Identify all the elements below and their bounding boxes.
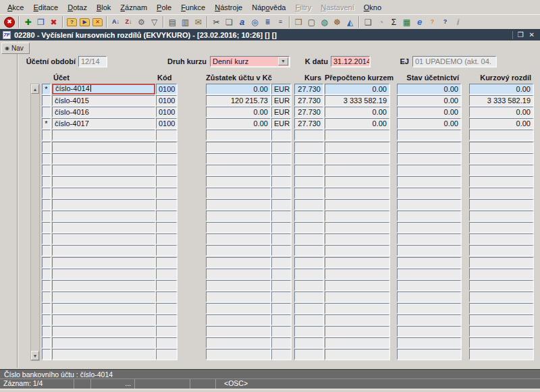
cell-stav[interactable] bbox=[397, 153, 461, 164]
cell-rozdil[interactable] bbox=[469, 142, 533, 152]
cell-zustatek[interactable] bbox=[206, 337, 271, 348]
cell-rozdil[interactable] bbox=[469, 349, 533, 360]
cell-ucet[interactable] bbox=[52, 326, 155, 337]
cell-kurs[interactable] bbox=[294, 211, 323, 221]
cell-kod[interactable]: 0100 bbox=[156, 118, 177, 129]
cell-zustatek[interactable] bbox=[206, 314, 271, 325]
cell-flag[interactable] bbox=[42, 176, 51, 187]
menu-akce[interactable]: Akce bbox=[3, 2, 28, 13]
cell-flag[interactable] bbox=[42, 291, 51, 302]
excel-export-icon[interactable]: ▦ bbox=[400, 16, 413, 28]
ucetni-obdobi-field[interactable]: 12/14 bbox=[78, 56, 107, 67]
cell-stav[interactable] bbox=[397, 188, 461, 198]
cell-stav[interactable]: 0.00 bbox=[397, 84, 461, 94]
cell-flag[interactable] bbox=[42, 107, 51, 117]
cell-ucet[interactable] bbox=[52, 337, 155, 348]
cell-stav[interactable] bbox=[397, 130, 461, 140]
cell-mena[interactable] bbox=[271, 303, 291, 314]
cell-flag[interactable] bbox=[42, 349, 51, 360]
list-values-icon[interactable]: ≣ bbox=[261, 16, 274, 28]
cell-prepocteno[interactable] bbox=[325, 269, 389, 279]
cell-kurs[interactable] bbox=[294, 303, 323, 314]
cell-mena[interactable]: EUR bbox=[271, 95, 291, 106]
cell-ucet[interactable] bbox=[52, 245, 155, 256]
cell-kurs[interactable]: 27.730 bbox=[294, 107, 323, 117]
menu-pole[interactable]: Pole bbox=[152, 2, 176, 13]
cell-stav[interactable] bbox=[397, 280, 461, 291]
cell-flag[interactable] bbox=[42, 165, 51, 175]
cell-zustatek[interactable] bbox=[206, 130, 271, 140]
cell-ucet[interactable] bbox=[52, 165, 155, 175]
edit-field-icon[interactable]: a bbox=[236, 16, 248, 28]
cell-kurs[interactable] bbox=[294, 199, 323, 210]
exit-button[interactable]: ✖ bbox=[4, 17, 15, 28]
help-icon[interactable]: ? bbox=[439, 16, 452, 28]
cell-flag[interactable] bbox=[42, 95, 51, 106]
menu-editace[interactable]: Editace bbox=[28, 2, 63, 13]
cell-flag[interactable] bbox=[42, 188, 51, 198]
cell-kod[interactable]: 0100 bbox=[156, 95, 177, 106]
cell-kurs[interactable] bbox=[294, 280, 323, 291]
cell-kurs[interactable] bbox=[294, 245, 323, 256]
cell-zustatek[interactable] bbox=[206, 165, 271, 175]
nav-tab[interactable]: ◉ Nav bbox=[1, 43, 30, 54]
cell-prepocteno[interactable] bbox=[325, 222, 389, 233]
cell-zustatek[interactable] bbox=[206, 188, 271, 198]
cell-ucet[interactable] bbox=[52, 233, 155, 244]
cell-ucet[interactable] bbox=[52, 176, 155, 187]
menu-funkce[interactable]: Funkce bbox=[176, 2, 210, 13]
cell-prepocteno[interactable] bbox=[325, 280, 389, 291]
cell-prepocteno[interactable] bbox=[325, 349, 389, 360]
cell-zustatek[interactable] bbox=[206, 176, 271, 187]
cell-kurs[interactable]: 27.730 bbox=[294, 95, 323, 106]
cell-rozdil[interactable] bbox=[469, 326, 533, 337]
cell-kurs[interactable] bbox=[294, 291, 323, 302]
cell-ucet[interactable]: číslo-4016 bbox=[52, 107, 155, 117]
cell-zustatek[interactable] bbox=[206, 269, 271, 279]
cell-kurs[interactable] bbox=[294, 337, 323, 348]
paste-icon[interactable]: ❏ bbox=[223, 16, 236, 28]
cell-prepocteno[interactable] bbox=[325, 303, 389, 314]
cell-kurs[interactable] bbox=[294, 314, 323, 325]
cell-kod[interactable] bbox=[156, 257, 177, 268]
cell-stav[interactable] bbox=[397, 165, 461, 175]
cell-kurs[interactable] bbox=[294, 269, 323, 279]
cell-kod[interactable] bbox=[156, 211, 177, 221]
cell-ucet[interactable] bbox=[52, 303, 155, 314]
cell-rozdil[interactable] bbox=[469, 303, 533, 314]
cell-stav[interactable] bbox=[397, 199, 461, 210]
cell-prepocteno[interactable]: 0.00 bbox=[325, 107, 389, 117]
cell-kod[interactable] bbox=[156, 153, 177, 164]
cell-stav[interactable] bbox=[397, 349, 461, 360]
cell-prepocteno[interactable] bbox=[325, 291, 389, 302]
duplicate-record-icon[interactable]: ❐ bbox=[34, 16, 47, 28]
cell-mena[interactable] bbox=[271, 326, 291, 337]
cell-flag[interactable]: * bbox=[42, 118, 51, 129]
cell-prepocteno[interactable]: 0.00 bbox=[325, 118, 389, 129]
globe-icon[interactable]: ◍ bbox=[318, 16, 331, 28]
cell-ucet[interactable] bbox=[52, 280, 155, 291]
cell-stav[interactable] bbox=[397, 222, 461, 233]
cell-kurs[interactable] bbox=[294, 222, 323, 233]
help-agent-icon[interactable]: ? bbox=[426, 16, 439, 28]
cell-kod[interactable] bbox=[156, 233, 177, 244]
cell-ucet[interactable] bbox=[52, 314, 155, 325]
cell-zustatek[interactable] bbox=[206, 257, 271, 268]
cell-zustatek[interactable]: 0.00 bbox=[206, 107, 271, 117]
cell-prepocteno[interactable] bbox=[325, 337, 389, 348]
cell-flag[interactable] bbox=[42, 233, 51, 244]
report-document-icon[interactable]: ▢ bbox=[305, 16, 318, 28]
cell-zustatek[interactable]: 0.00 bbox=[206, 118, 271, 129]
cell-zustatek[interactable] bbox=[206, 245, 271, 256]
menu-nastroje[interactable]: Nástroje bbox=[210, 2, 247, 13]
cell-prepocteno[interactable]: 0.00 bbox=[325, 84, 389, 94]
cell-ucet[interactable] bbox=[52, 130, 155, 140]
cell-stav[interactable] bbox=[397, 303, 461, 314]
cell-zustatek[interactable] bbox=[206, 211, 271, 221]
cell-rozdil[interactable] bbox=[469, 188, 533, 198]
sort-ascending-icon[interactable]: A↓ bbox=[109, 16, 122, 28]
cell-rozdil[interactable] bbox=[469, 165, 533, 175]
restore-icon[interactable]: ❐ bbox=[515, 31, 526, 38]
scroll-up-icon[interactable]: ▲ bbox=[31, 84, 39, 94]
cell-mena[interactable] bbox=[271, 199, 291, 210]
